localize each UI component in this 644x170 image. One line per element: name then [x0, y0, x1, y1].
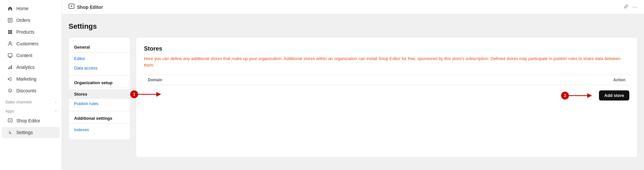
sidebar-item-marketing-label: Marketing [16, 76, 36, 82]
nav-item-stores[interactable]: Stores [69, 89, 130, 99]
settings-nav: General Editor Data access Organization … [69, 37, 131, 140]
pin-icon[interactable] [623, 4, 629, 10]
svg-rect-14 [11, 65, 12, 69]
sales-channels-chevron: › [55, 100, 56, 104]
svg-point-16 [10, 120, 11, 121]
shop-editor-icon [7, 118, 13, 124]
nav-item-indexes[interactable]: Indexes [69, 125, 130, 134]
svg-rect-5 [10, 30, 12, 32]
general-section-title: General [69, 43, 130, 53]
svg-rect-4 [8, 30, 10, 32]
svg-rect-13 [10, 66, 11, 69]
content-icon [7, 53, 13, 58]
sidebar-item-customers[interactable]: Customers [2, 38, 60, 49]
col-domain: Domain [148, 78, 613, 82]
svg-rect-9 [8, 54, 12, 57]
apps-section: Apps › [0, 106, 62, 115]
discounts-icon [7, 88, 13, 94]
analytics-icon [7, 64, 13, 70]
nav-item-publish-rules[interactable]: Publish rules [69, 99, 130, 108]
top-bar: Shop Editor ··· [62, 0, 644, 14]
apps-chevron: › [55, 109, 56, 114]
top-bar-title: Shop Editor [77, 5, 103, 10]
sales-channels-section: Sales channels › [0, 97, 62, 106]
svg-rect-12 [8, 68, 9, 69]
sidebar-item-products[interactable]: Products [2, 26, 60, 38]
sidebar-item-settings-label: Settings [16, 130, 33, 135]
panel-description: Here you can define any additional store… [144, 55, 629, 68]
settings-indent-icon: ↳ [7, 130, 13, 135]
sidebar-item-analytics[interactable]: Analytics [2, 62, 60, 73]
sidebar-item-shop-editor-label: Shop Editor [16, 118, 40, 123]
top-bar-title-area: Shop Editor [69, 4, 103, 10]
sidebar-item-settings[interactable]: ↳ Settings [2, 127, 60, 138]
org-section-title: Organization setup [69, 78, 130, 88]
more-options-icon[interactable]: ··· [633, 5, 637, 10]
top-bar-actions: ··· [623, 4, 637, 10]
table-header: Domain Action [144, 75, 629, 85]
settings-panel: Stores Here you can define any additiona… [136, 37, 637, 158]
sidebar-item-customers-label: Customers [16, 41, 39, 46]
svg-rect-6 [8, 32, 10, 34]
marketing-icon [7, 76, 13, 82]
arrow-2 [569, 92, 595, 100]
annotation-badge-2: 2 [561, 92, 569, 100]
sidebar-item-orders[interactable]: Orders [2, 15, 60, 26]
sidebar-item-orders-label: Orders [16, 18, 30, 23]
sidebar-item-marketing[interactable]: Marketing [2, 73, 60, 85]
sidebar-item-home[interactable]: Home [2, 3, 60, 14]
col-action: Action [613, 78, 625, 82]
sidebar-item-home-label: Home [16, 6, 28, 11]
main-content: Shop Editor ··· Settings General Editor … [62, 0, 644, 170]
sidebar-item-discounts-label: Discounts [16, 88, 36, 93]
shop-editor-topbar-icon [69, 4, 74, 10]
sidebar-item-analytics-label: Analytics [16, 65, 35, 70]
customers-icon [7, 41, 13, 47]
svg-rect-7 [10, 32, 12, 34]
add-store-button[interactable]: Add store [599, 90, 629, 100]
sidebar-item-shop-editor[interactable]: Shop Editor [2, 115, 60, 126]
additional-section-title: Additional settings [69, 114, 130, 124]
nav-item-data-access[interactable]: Data access [69, 63, 130, 73]
products-icon [7, 29, 13, 35]
sidebar: Home Orders Products Customers Content A… [0, 0, 62, 170]
page-body: Settings General Editor Data access Orga… [62, 14, 644, 170]
home-icon [7, 6, 13, 11]
sidebar-item-content[interactable]: Content [2, 50, 60, 61]
nav-item-editor[interactable]: Editor [69, 54, 130, 63]
sidebar-item-discounts[interactable]: Discounts [2, 85, 60, 96]
add-store-row: 2 Add store [144, 90, 629, 100]
settings-layout: General Editor Data access Organization … [69, 37, 637, 158]
sidebar-item-products-label: Products [16, 29, 34, 35]
orders-icon [7, 17, 13, 23]
svg-point-8 [9, 42, 11, 44]
sidebar-item-content-label: Content [16, 53, 32, 58]
panel-title: Stores [144, 45, 629, 52]
page-title: Settings [69, 22, 637, 31]
svg-point-18 [71, 6, 72, 7]
